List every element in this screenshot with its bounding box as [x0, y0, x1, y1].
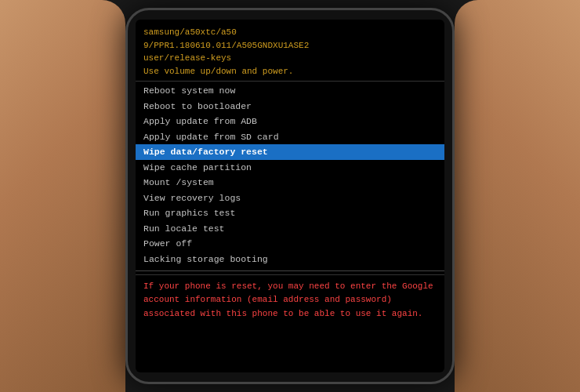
- phone: samsung/a50xtc/a50 9/PPR1.180610.011/A50…: [125, 8, 455, 384]
- menu-item-6[interactable]: Mount /system: [136, 175, 444, 191]
- volume-down-button: [125, 108, 128, 136]
- menu-item-11[interactable]: Lacking storage booting: [136, 252, 444, 267]
- menu-item-5[interactable]: Wipe cache partition: [136, 160, 444, 176]
- header-line-4: Use volume up/down and power.: [143, 65, 437, 78]
- recovery-screen: samsung/a50xtc/a50 9/PPR1.180610.011/A50…: [136, 20, 444, 372]
- hand-right: [455, 0, 580, 392]
- warning-text: If your phone is reset, you may need to …: [143, 280, 437, 321]
- menu-item-9[interactable]: Run locale test: [136, 221, 444, 237]
- menu-item-3[interactable]: Apply update from SD card: [136, 129, 444, 145]
- menu-item-0[interactable]: Reboot system now: [136, 83, 444, 99]
- warning-section: If your phone is reset, you may need to …: [136, 274, 444, 326]
- volume-up-button: [125, 73, 128, 100]
- menu-item-10[interactable]: Power off: [136, 236, 444, 252]
- menu-item-2[interactable]: Apply update from ADB: [136, 114, 444, 129]
- divider: [136, 270, 444, 271]
- header-section: samsung/a50xtc/a50 9/PPR1.180610.011/A50…: [136, 24, 444, 82]
- header-line-2: 9/PPR1.180610.011/A505GNDXU1ASE2: [143, 39, 437, 53]
- header-line-3: user/release-keys: [143, 52, 437, 65]
- recovery-menu: Reboot system now Reboot to bootloader A…: [136, 82, 444, 269]
- hand-left: [0, 0, 125, 392]
- menu-item-8[interactable]: Run graphics test: [136, 205, 444, 221]
- menu-item-4-selected[interactable]: Wipe data/factory reset: [136, 144, 444, 160]
- header-line-1: samsung/a50xtc/a50: [143, 26, 437, 39]
- menu-item-1[interactable]: Reboot to bootloader: [136, 99, 444, 114]
- power-button: [452, 89, 455, 128]
- menu-item-7[interactable]: View recovery logs: [136, 191, 444, 206]
- warning-text-content: If your phone is reset, you may need to …: [143, 281, 433, 318]
- scene: samsung/a50xtc/a50 9/PPR1.180610.011/A50…: [0, 0, 580, 392]
